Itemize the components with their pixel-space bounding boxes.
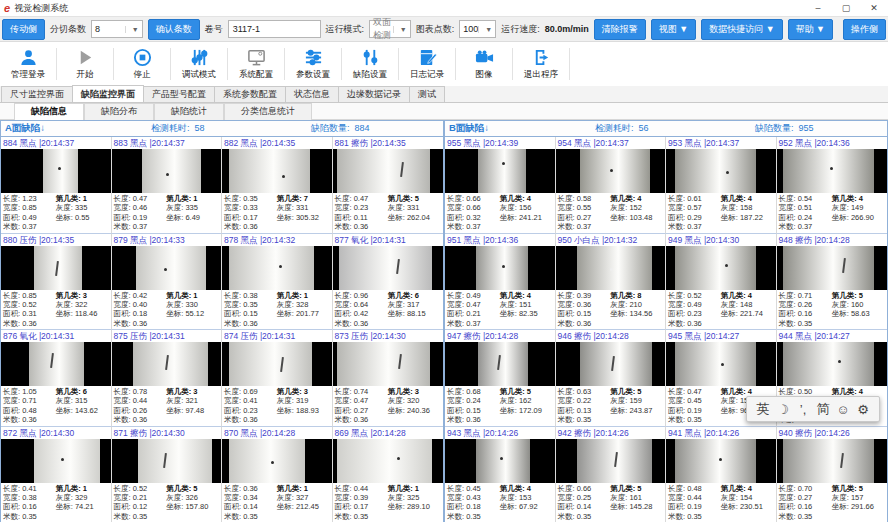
toolbar-button-system-config[interactable]: 系统配置 xyxy=(230,42,282,86)
defect-cell[interactable]: 870 黑点 |20:14:28 长度: 0.36宽度: 0.34面积: 0.1… xyxy=(222,427,333,522)
toolbar-button-debug-mode[interactable]: 调试模式 xyxy=(173,42,225,86)
defect-cell[interactable]: 875 压伤 |20:14:31 长度: 0.78宽度: 0.44面积: 0.2… xyxy=(112,330,223,427)
tab-6[interactable]: 边缘数据记录 xyxy=(338,86,410,102)
stat-line: 长度: 0.66 xyxy=(558,484,611,493)
toolbar-button-stop[interactable]: 停止 xyxy=(116,42,168,86)
defect-cell[interactable]: 946 擦伤 |20:14:28 长度: 0.63宽度: 0.22面积: 0.1… xyxy=(556,330,667,427)
clear-alarm-button[interactable]: 清除报警 xyxy=(594,19,646,40)
stat-line: 灰度: 161 xyxy=(610,493,663,502)
defect-cell[interactable]: 950 小白点 |20:14:32 长度: 0.39宽度: 0.36面积: 0.… xyxy=(556,234,667,331)
defect-cell[interactable]: 941 黑点 |20:14:26 长度: 0.48宽度: 0.44面积: 0.1… xyxy=(666,427,777,522)
ime-lang-english[interactable]: 英 xyxy=(755,400,771,418)
ime-punctuation-icon[interactable]: ’, xyxy=(795,402,811,417)
data-quick-access-menu-button[interactable]: 数据快捷访问 ▼ xyxy=(701,19,782,40)
defect-settings-icon xyxy=(361,48,380,67)
defect-cell[interactable]: 881 擦伤 |20:14:35 长度: 0.47宽度: 0.23面积: 0.1… xyxy=(333,137,444,234)
toolbar-button-user-login[interactable]: 管理登录 xyxy=(2,42,54,86)
defect-cell[interactable]: 953 黑点 |20:14:37 长度: 0.61宽度: 0.57面积: 0.2… xyxy=(666,137,777,234)
subtab-2[interactable]: 缺陷分布 xyxy=(84,103,154,120)
defect-image xyxy=(112,342,222,386)
defect-cell[interactable]: 874 压伤 |20:14:31 长度: 0.69宽度: 0.41面积: 0.2… xyxy=(222,330,333,427)
stat-line: 灰度: 157 xyxy=(832,493,885,502)
defect-cell[interactable]: 878 黑点 |20:14:32 长度: 0.38宽度: 0.35面积: 0.1… xyxy=(222,234,333,331)
help-menu-button[interactable]: 帮助 ▼ xyxy=(788,19,833,40)
subtab-4[interactable]: 分类信息统计 xyxy=(224,103,312,120)
stat-line: 第几类: 3 xyxy=(56,291,109,300)
defect-cell[interactable]: 873 压伤 |20:14:30 长度: 0.74宽度: 0.47面积: 0.2… xyxy=(333,330,444,427)
stat-line: 米数: 0.36 xyxy=(335,415,388,424)
maximize-button[interactable]: ▢ xyxy=(832,0,860,16)
tab-4[interactable]: 系统参数配置 xyxy=(214,86,286,102)
slit-count-dropdown[interactable]: 8▼ xyxy=(91,20,143,38)
chart-points-dropdown[interactable]: 100▼ xyxy=(459,20,496,38)
roll-number-input[interactable]: 3117-1 xyxy=(228,20,321,38)
defect-cell[interactable]: 942 擦伤 |20:14:26 长度: 0.66宽度: 0.25面积: 0.1… xyxy=(556,427,667,522)
tab-1[interactable]: 尺寸监控界面 xyxy=(1,86,73,102)
drive-side-button[interactable]: 传动侧 xyxy=(2,19,45,40)
defect-cell[interactable]: 880 压伤 |20:14:35 长度: 0.85宽度: 0.52面积: 0.3… xyxy=(1,234,112,331)
defect-cell[interactable]: 952 黑点 |20:14:36 长度: 0.54宽度: 0.51面积: 0.2… xyxy=(777,137,888,234)
defect-cell[interactable]: 949 黑点 |20:14:30 长度: 0.52宽度: 0.49面积: 0.2… xyxy=(666,234,777,331)
defect-cell[interactable]: 872 黑点 |20:14:30 长度: 0.41宽度: 0.38面积: 0.1… xyxy=(1,427,112,522)
defect-stats: 长度: 0.66宽度: 0.25面积: 0.14米数: 0.35 第几类: 5灰… xyxy=(556,483,666,522)
defect-image xyxy=(222,149,332,193)
tab-5[interactable]: 状态信息 xyxy=(285,86,339,102)
tab-3[interactable]: 产品型号配置 xyxy=(143,86,215,102)
defect-cell-header: 877 氧化 |20:14:31 xyxy=(333,234,444,246)
tab-7[interactable]: 测试 xyxy=(409,86,445,102)
defect-cell-header: 946 擦伤 |20:14:28 xyxy=(556,330,666,342)
stat-line: 灰度: 322 xyxy=(56,300,109,309)
ime-emoji-icon[interactable]: ☺ xyxy=(835,402,851,417)
subtab-1[interactable]: 缺陷信息 xyxy=(14,103,84,120)
toolbar-button-param-settings[interactable]: 参数设置 xyxy=(287,42,339,86)
confirm-count-button[interactable]: 确认条数 xyxy=(148,19,200,40)
defect-cell[interactable]: 955 黑点 |20:14:39 长度: 0.66宽度: 0.66面积: 0.3… xyxy=(445,137,556,234)
defect-stats: 长度: 0.70宽度: 0.27面积: 0.16米数: 0.35 第几类: 5灰… xyxy=(777,483,888,522)
toolbar-button-play[interactable]: 开始 xyxy=(59,42,111,86)
toolbar-button-log-record[interactable]: 日志记录 xyxy=(401,42,453,86)
defect-cell[interactable]: 947 擦伤 |20:14:28 长度: 0.68宽度: 0.24面积: 0.1… xyxy=(445,330,556,427)
tab-2[interactable]: 缺陷监控界面 xyxy=(72,85,144,102)
defect-cell[interactable]: 948 擦伤 |20:14:28 长度: 0.71宽度: 0.26面积: 0.1… xyxy=(777,234,888,331)
toolbar-button-camera[interactable]: 图像 xyxy=(458,42,510,86)
stat-line: 灰度: 160 xyxy=(832,300,885,309)
defect-image xyxy=(222,342,332,386)
defect-cell[interactable]: 871 擦伤 |20:14:30 长度: 0.52宽度: 0.21面积: 0.1… xyxy=(112,427,223,522)
defect-cell[interactable]: 869 黑点 |20:14:28 长度: 0.44宽度: 0.39面积: 0.1… xyxy=(333,427,444,522)
defect-cell[interactable]: 883 黑点 |20:14:37 长度: 0.47宽度: 0.46面积: 0.1… xyxy=(112,137,223,234)
stat-line: 灰度: 162 xyxy=(500,396,553,405)
stat-line: 第几类: 5 xyxy=(610,484,663,493)
stat-line: 坐标: 212.45 xyxy=(277,502,330,511)
view-menu-button[interactable]: 视图 ▼ xyxy=(651,19,696,40)
stat-line: 宽度: 0.51 xyxy=(779,203,832,212)
operate-side-button[interactable]: 操作侧 xyxy=(843,19,886,40)
stat-line: 米数: 0.37 xyxy=(558,222,611,231)
stat-line: 面积: 0.27 xyxy=(335,406,388,415)
defect-cell[interactable]: 877 氧化 |20:14:31 长度: 0.96宽度: 0.64面积: 0.4… xyxy=(333,234,444,331)
stat-line: 坐标: 243.87 xyxy=(610,406,663,415)
stat-line: 坐标: 55.12 xyxy=(166,309,219,318)
close-button[interactable]: ✕ xyxy=(860,0,888,16)
defect-cell[interactable]: 879 黑点 |20:14:33 长度: 0.42宽度: 0.40面积: 0.1… xyxy=(112,234,223,331)
ime-moon-icon[interactable]: ☽ xyxy=(775,402,791,417)
subtab-3[interactable]: 缺陷统计 xyxy=(154,103,224,120)
defect-cell[interactable]: 940 擦伤 |20:14:26 长度: 0.70宽度: 0.27面积: 0.1… xyxy=(777,427,888,522)
stat-line: 宽度: 0.26 xyxy=(779,300,832,309)
stat-line: 宽度: 0.47 xyxy=(335,396,388,405)
stat-line: 坐标: 82.35 xyxy=(500,309,553,318)
toolbar-button-defect-settings[interactable]: 缺陷设置 xyxy=(344,42,396,86)
run-mode-dropdown[interactable]: 双面检测▼ xyxy=(369,20,411,38)
defect-cell[interactable]: 884 黑点 |20:14:37 长度: 1.23宽度: 0.85面积: 0.4… xyxy=(1,137,112,234)
ime-settings-icon[interactable]: ⚙ xyxy=(855,402,871,417)
stat-line: 宽度: 0.41 xyxy=(224,396,277,405)
ime-simplified-chinese[interactable]: 简 xyxy=(815,400,831,418)
defect-cell-header: 953 黑点 |20:14:37 xyxy=(666,137,776,149)
minimize-button[interactable]: – xyxy=(804,0,832,16)
defect-cell[interactable]: 951 黑点 |20:14:36 长度: 0.49宽度: 0.47面积: 0.2… xyxy=(445,234,556,331)
defect-cell[interactable]: 876 氧化 |20:14:31 长度: 1.05宽度: 0.71面积: 0.4… xyxy=(1,330,112,427)
defect-cell[interactable]: 943 黑点 |20:14:26 长度: 0.45宽度: 0.43面积: 0.1… xyxy=(445,427,556,522)
defect-mark xyxy=(610,268,613,271)
defect-cell[interactable]: 882 黑点 |20:14:35 长度: 0.35宽度: 0.33面积: 0.1… xyxy=(222,137,333,234)
defect-cell[interactable]: 954 黑点 |20:14:37 长度: 0.58宽度: 0.55面积: 0.2… xyxy=(556,137,667,234)
toolbar-button-exit[interactable]: 退出程序 xyxy=(515,42,567,86)
